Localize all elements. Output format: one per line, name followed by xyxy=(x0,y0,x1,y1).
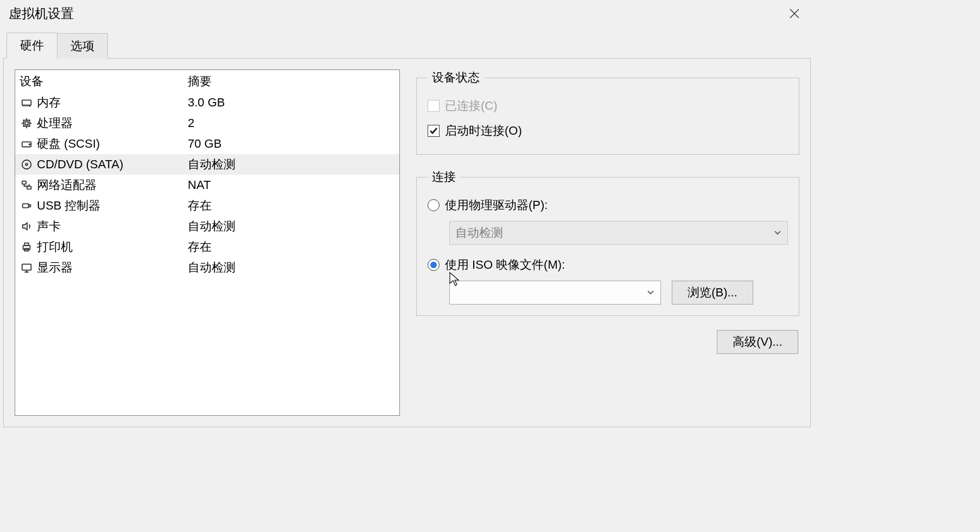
device-summary: 存在 xyxy=(188,239,395,255)
connection-group: 连接 使用物理驱动器(P): 自动检测 使用 ISO 映像文件(M): xyxy=(416,169,799,316)
memory-icon xyxy=(20,96,34,110)
device-summary: 自动检测 xyxy=(188,218,395,235)
vm-settings-window: 虚拟机设置 硬件 选项 设备 摘要 内存3.0 GB处理器2硬盘 (SCSI)7… xyxy=(0,0,814,427)
tab-bar: 硬件 选项 xyxy=(7,33,814,59)
device-summary: 70 GB xyxy=(188,137,395,151)
device-label: USB 控制器 xyxy=(37,198,100,214)
iso-path-combo[interactable] xyxy=(449,281,661,305)
device-status-legend: 设备状态 xyxy=(428,69,484,86)
svg-rect-2 xyxy=(25,122,28,125)
connection-legend: 连接 xyxy=(428,169,460,185)
display-icon xyxy=(20,261,34,275)
device-summary: 自动检测 xyxy=(188,156,395,173)
tab-hardware[interactable]: 硬件 xyxy=(7,33,58,59)
close-button[interactable] xyxy=(784,3,805,24)
device-summary: 存在 xyxy=(188,198,395,214)
iso-radio[interactable] xyxy=(428,259,440,271)
device-label: 硬盘 (SCSI) xyxy=(37,136,100,152)
tab-options[interactable]: 选项 xyxy=(57,33,108,59)
device-summary: 3.0 GB xyxy=(188,96,395,110)
col-header-device: 设备 xyxy=(20,73,188,90)
device-summary: NAT xyxy=(188,178,395,192)
svg-point-6 xyxy=(26,163,28,166)
svg-rect-0 xyxy=(22,100,31,105)
physical-drive-radio[interactable] xyxy=(428,199,440,211)
device-label: 声卡 xyxy=(37,218,61,235)
device-row[interactable]: USB 控制器存在 xyxy=(15,195,399,216)
device-summary: 2 xyxy=(188,116,395,130)
device-row[interactable]: 内存3.0 GB xyxy=(15,92,399,113)
device-row[interactable]: 网络适配器NAT xyxy=(15,175,399,195)
browse-button[interactable]: 浏览(B)... xyxy=(672,281,753,305)
device-row[interactable]: 显示器自动检测 xyxy=(15,257,399,278)
connect-at-power-row[interactable]: 启动时连接(O) xyxy=(428,118,788,143)
device-label: CD/DVD (SATA) xyxy=(37,157,123,172)
printer-icon xyxy=(20,240,34,254)
connected-checkbox xyxy=(428,100,440,112)
disk-icon xyxy=(20,137,34,151)
svg-rect-12 xyxy=(24,243,28,246)
svg-point-5 xyxy=(22,160,31,169)
physical-drive-label: 使用物理驱动器(P): xyxy=(445,197,548,213)
advanced-button[interactable]: 高级(V)... xyxy=(717,330,798,354)
usb-icon xyxy=(20,199,34,213)
device-row[interactable]: 声卡自动检测 xyxy=(15,216,399,237)
chevron-down-icon xyxy=(773,226,782,240)
device-row[interactable]: 硬盘 (SCSI)70 GB xyxy=(15,134,399,154)
col-header-summary: 摘要 xyxy=(188,73,395,90)
iso-radio-row[interactable]: 使用 ISO 映像文件(M): xyxy=(428,252,788,277)
device-label: 内存 xyxy=(37,94,61,111)
svg-rect-7 xyxy=(22,181,26,185)
connect-at-power-checkbox[interactable] xyxy=(428,125,440,137)
window-title: 虚拟机设置 xyxy=(9,5,74,22)
device-row[interactable]: 处理器2 xyxy=(15,113,399,134)
device-summary: 自动检测 xyxy=(188,259,395,276)
svg-rect-1 xyxy=(24,121,30,126)
device-label: 处理器 xyxy=(37,115,73,131)
device-table-header: 设备 摘要 xyxy=(15,70,399,92)
connected-checkbox-row: 已连接(C) xyxy=(428,93,788,118)
connect-at-power-label: 启动时连接(O) xyxy=(445,123,522,139)
svg-rect-10 xyxy=(29,205,31,207)
physical-drive-radio-row[interactable]: 使用物理驱动器(P): xyxy=(428,193,788,218)
svg-rect-9 xyxy=(23,204,29,207)
svg-point-4 xyxy=(29,144,30,145)
sound-icon xyxy=(20,219,34,233)
device-label: 打印机 xyxy=(37,239,73,255)
svg-rect-14 xyxy=(22,264,31,270)
physical-drive-combo: 自动检测 xyxy=(449,221,788,245)
iso-label: 使用 ISO 映像文件(M): xyxy=(445,257,565,273)
chevron-down-icon xyxy=(646,286,655,300)
device-table: 设备 摘要 内存3.0 GB处理器2硬盘 (SCSI)70 GBCD/DVD (… xyxy=(15,69,400,416)
hardware-panel: 设备 摘要 内存3.0 GB处理器2硬盘 (SCSI)70 GBCD/DVD (… xyxy=(3,58,811,427)
titlebar: 虚拟机设置 xyxy=(0,0,814,33)
device-label: 显示器 xyxy=(37,259,73,276)
cpu-icon xyxy=(20,116,34,130)
close-icon xyxy=(789,8,800,19)
detail-pane: 设备状态 已连接(C) 启动时连接(O) 连接 使用物理驱动器(P): xyxy=(416,69,799,416)
device-label: 网络适配器 xyxy=(37,177,97,193)
device-row[interactable]: 打印机存在 xyxy=(15,237,399,257)
device-row[interactable]: CD/DVD (SATA)自动检测 xyxy=(15,154,399,175)
network-icon xyxy=(20,178,34,192)
connected-label: 已连接(C) xyxy=(445,98,498,114)
cd-icon xyxy=(20,157,34,172)
physical-drive-combo-value: 自动检测 xyxy=(455,225,503,241)
device-status-group: 设备状态 已连接(C) 启动时连接(O) xyxy=(416,69,799,155)
